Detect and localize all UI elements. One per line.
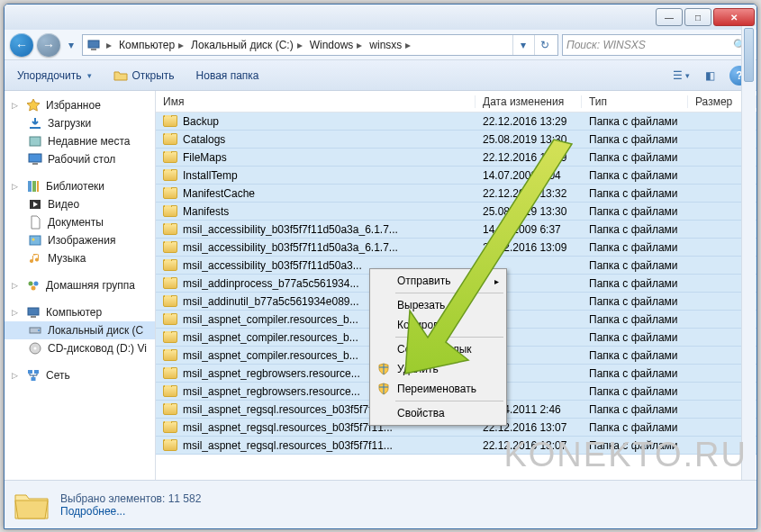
details-link[interactable]: Подробнее...: [60, 505, 201, 518]
preview-pane-button[interactable]: ◧: [701, 67, 719, 85]
menu-send-to[interactable]: Отправить: [372, 271, 504, 291]
file-row[interactable]: msil_accessibility_b03f5f7f11d50a3a_6.1.…: [156, 221, 756, 239]
svg-rect-9: [30, 236, 41, 245]
sidebar-item-downloads[interactable]: Загрузки: [5, 114, 155, 132]
computer-icon: [86, 38, 101, 52]
file-name: msil_aspnet_regbrowsers.resource...: [183, 385, 360, 398]
file-type: Папка с файлами: [582, 313, 688, 326]
svg-rect-3: [29, 154, 41, 162]
sidebar-item-cd[interactable]: CD-дисковод (D:) Vi: [5, 339, 155, 357]
file-type: Папка с файлами: [582, 223, 688, 236]
minimize-button[interactable]: —: [656, 8, 683, 26]
menu-copy[interactable]: Копировать: [372, 315, 504, 335]
col-name[interactable]: Имя: [156, 95, 476, 108]
sidebar-libraries[interactable]: Библиотеки: [5, 177, 155, 195]
search-box[interactable]: Поиск: WINSXS 🔍: [562, 34, 751, 56]
folder-icon: [163, 223, 177, 235]
folder-icon: [163, 277, 177, 289]
sidebar-item-local-disk[interactable]: Локальный диск (C: [5, 321, 155, 339]
file-row[interactable]: InstallTemp14.07.2009 6:04Папка с файлам…: [156, 167, 756, 185]
sidebar-network[interactable]: Сеть: [5, 366, 155, 384]
menu-cut[interactable]: Вырезать: [372, 295, 504, 315]
back-button[interactable]: ←: [10, 33, 33, 57]
svg-rect-0: [88, 41, 99, 48]
file-row[interactable]: msil_accessibility_b03f5f7f11d50a3a_6.1.…: [156, 239, 756, 257]
scrollbar[interactable]: [741, 91, 756, 480]
sidebar-item-recent[interactable]: Недавние места: [5, 132, 155, 150]
file-type: Папка с файлами: [582, 367, 688, 380]
file-row[interactable]: Manifests25.08.2019 13:30Папка с файлами: [156, 203, 756, 221]
forward-button[interactable]: →: [37, 33, 60, 57]
download-icon: [28, 116, 42, 131]
svg-point-11: [29, 282, 33, 286]
menu-delete[interactable]: Удалить: [372, 359, 504, 379]
svg-rect-2: [30, 137, 41, 146]
file-type: Папка с файлами: [582, 205, 688, 218]
folder-icon: [163, 331, 177, 343]
sidebar-homegroup[interactable]: Домашняя группа: [5, 276, 155, 294]
breadcrumb[interactable]: Компьютер▸: [117, 38, 187, 52]
col-type[interactable]: Тип: [582, 95, 688, 108]
folder-icon: [163, 115, 177, 127]
explorer-window: — □ ✕ ← → ▾ ▸ Компьютер▸ Локальный диск …: [4, 4, 757, 529]
file-type: Папка с файлами: [582, 385, 688, 398]
sidebar-computer[interactable]: Компьютер: [5, 303, 155, 321]
col-date[interactable]: Дата изменения: [476, 95, 582, 108]
file-type: Папка с файлами: [582, 349, 688, 362]
breadcrumb-sep[interactable]: ▸: [103, 38, 115, 52]
svg-rect-4: [32, 163, 38, 165]
sidebar-item-documents[interactable]: Документы: [5, 213, 155, 231]
svg-rect-6: [32, 181, 36, 192]
desktop-icon: [28, 152, 42, 167]
file-date: 25.08.2019 13:30: [476, 205, 582, 218]
folder-icon: [163, 259, 177, 271]
file-name: msil_addinutil_b77a5c561934e089...: [183, 295, 359, 308]
view-button[interactable]: ☰: [672, 67, 690, 85]
maximize-button[interactable]: □: [684, 8, 711, 26]
folder-icon: [163, 205, 177, 217]
file-type: Папка с файлами: [582, 331, 688, 344]
column-headers: Имя Дата изменения Тип Размер: [156, 91, 756, 113]
refresh-button[interactable]: ↻: [534, 35, 554, 55]
file-row[interactable]: msil_aspnet_regsql.resources_b03f5f7f11.…: [156, 437, 756, 455]
file-type: Папка с файлами: [582, 277, 688, 290]
file-row[interactable]: Catalogs25.08.2019 13:30Папка с файлами: [156, 131, 756, 149]
sidebar-item-video[interactable]: Видео: [5, 195, 155, 213]
network-icon: [26, 368, 41, 383]
nav-row: ← → ▾ ▸ Компьютер▸ Локальный диск (C:)▸ …: [5, 30, 756, 60]
file-type: Папка с файлами: [582, 169, 688, 182]
svg-rect-22: [32, 377, 36, 381]
file-date: 14.07.2009 6:37: [476, 223, 582, 236]
sidebar-item-desktop[interactable]: Рабочий стол: [5, 150, 155, 168]
file-row[interactable]: Backup22.12.2016 13:29Папка с файлами: [156, 113, 756, 131]
sidebar-item-music[interactable]: Музыка: [5, 249, 155, 267]
folder-icon: [14, 490, 50, 520]
history-dropdown[interactable]: ▾: [64, 36, 78, 54]
file-row[interactable]: FileMaps22.12.2016 13:29Папка с файлами: [156, 149, 756, 167]
sidebar-favorites[interactable]: Избранное: [5, 96, 155, 114]
breadcrumb[interactable]: winsxs▸: [367, 38, 414, 52]
folder-icon: [163, 169, 177, 181]
svg-rect-7: [37, 181, 39, 192]
breadcrumb[interactable]: Локальный диск (C:)▸: [189, 38, 306, 52]
open-button[interactable]: Открыть: [108, 66, 179, 86]
file-type: Папка с файлами: [582, 295, 688, 308]
address-dropdown[interactable]: ▾: [512, 35, 532, 55]
breadcrumb[interactable]: Windows▸: [308, 38, 367, 52]
folder-icon: [163, 241, 177, 253]
folder-icon: [163, 367, 177, 379]
menu-rename[interactable]: Переименовать: [372, 379, 504, 399]
menu-create-shortcut[interactable]: Создать ярлык: [372, 339, 504, 359]
svg-rect-15: [31, 316, 36, 318]
menu-properties[interactable]: Свойства: [372, 403, 504, 423]
file-row[interactable]: ManifestCache22.12.2016 13:32Папка с фай…: [156, 185, 756, 203]
homegroup-icon: [26, 278, 41, 293]
organize-button[interactable]: Упорядочить: [12, 67, 97, 85]
address-bar[interactable]: ▸ Компьютер▸ Локальный диск (C:)▸ Window…: [82, 34, 558, 56]
shield-icon: [377, 363, 390, 375]
sidebar-item-images[interactable]: Изображения: [5, 231, 155, 249]
new-folder-button[interactable]: Новая папка: [191, 67, 265, 85]
svg-rect-14: [28, 308, 39, 315]
folder-icon: [163, 187, 177, 199]
close-button[interactable]: ✕: [713, 8, 755, 26]
